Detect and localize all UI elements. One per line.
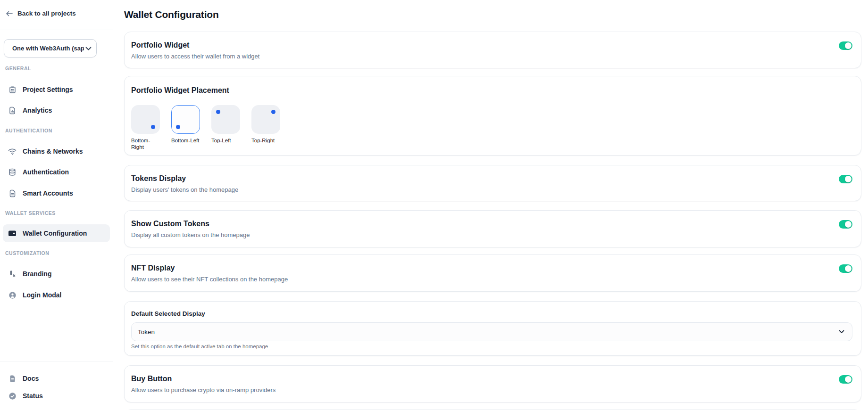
toggle-knob — [845, 221, 851, 228]
card-tokens-display: Tokens Display Display users' tokens on … — [124, 165, 861, 201]
placement-label: Bottom-Right — [131, 137, 160, 150]
card-title: Tokens Display — [131, 174, 238, 183]
sidebar-item-branding[interactable]: Branding — [3, 265, 110, 282]
sidebar-item-label: Status — [23, 392, 43, 400]
toggle-knob — [845, 265, 851, 272]
placement-option-bottom-left: Bottom-Left — [171, 105, 200, 150]
page-title: Wallet Configuration — [124, 0, 861, 20]
wifi-icon — [8, 147, 17, 156]
sidebar-item-label: Authentication — [23, 168, 69, 176]
placement-options: Bottom-Right Bottom-Left Top-Left Top-Ri… — [131, 105, 854, 150]
sidebar-item-label: Smart Accounts — [23, 189, 73, 197]
tokens-display-toggle[interactable] — [839, 175, 852, 183]
placement-option-top-left: Top-Left — [211, 105, 240, 150]
placement-label: Bottom-Left — [171, 137, 200, 144]
card-portfolio-widget-placement: Portfolio Widget Placement Bottom-Right … — [124, 76, 861, 156]
user-circle-icon — [8, 291, 17, 299]
placement-tile-top-right[interactable] — [251, 105, 280, 134]
placement-option-bottom-right: Bottom-Right — [131, 105, 160, 150]
sidebar-item-label: Analytics — [23, 107, 52, 114]
placement-label: Top-Left — [211, 137, 240, 144]
sidebar-item-label: Wallet Configuration — [23, 230, 87, 237]
toggle-knob — [845, 376, 851, 383]
sidebar-item-docs[interactable]: Docs — [3, 370, 110, 387]
card-title: Portfolio Widget Placement — [131, 86, 854, 95]
card-description: Allow users to access their wallet from … — [131, 53, 259, 60]
sidebar-item-status[interactable]: Status — [3, 387, 110, 404]
sidebar-item-project-settings[interactable]: Project Settings — [3, 81, 110, 98]
back-link-label: Back to all projects — [17, 10, 76, 17]
placement-dot — [176, 125, 180, 129]
placement-tile-bottom-left[interactable] — [171, 105, 200, 134]
field-label: Default Selected Display — [131, 310, 852, 317]
sidebar-item-label: Project Settings — [23, 86, 73, 93]
placement-dot — [271, 110, 275, 114]
card-default-selected-display: Default Selected Display Token Set this … — [124, 301, 861, 356]
card-show-custom-tokens: Show Custom Tokens Display all custom to… — [124, 210, 861, 247]
sidebar-item-chains-networks[interactable]: Chains & Networks — [3, 143, 110, 160]
card-description: Allow users to purchase crypto via on-ra… — [131, 386, 275, 394]
card-title: Portfolio Widget — [131, 41, 259, 49]
brush-icon — [8, 270, 17, 278]
sidebar-divider — [0, 30, 113, 30]
placement-label: Top-Right — [251, 137, 280, 144]
placement-option-top-right: Top-Right — [251, 105, 280, 150]
wallet-icon — [8, 229, 17, 238]
placement-dot — [151, 125, 155, 129]
sidebar-item-authentication[interactable]: Authentication — [3, 164, 110, 180]
analytics-file-icon — [8, 106, 17, 115]
status-check-icon — [8, 392, 17, 400]
sidebar-item-login-modal[interactable]: Login Modal — [3, 287, 110, 303]
placement-tile-top-left[interactable] — [211, 105, 240, 134]
placement-tile-bottom-right[interactable] — [131, 105, 160, 134]
nft-display-toggle[interactable] — [839, 264, 852, 273]
sidebar-item-label: Chains & Networks — [23, 148, 83, 155]
chevron-down-icon — [839, 330, 844, 334]
section-label-general: GENERAL — [5, 66, 31, 71]
clipboard-icon — [8, 85, 17, 94]
file-icon — [8, 189, 17, 197]
card-description: Display all custom tokens on the homepag… — [131, 231, 250, 238]
portfolio-widget-toggle[interactable] — [839, 41, 852, 50]
select-value: Token — [138, 328, 155, 336]
card-nft-display: NFT Display Allow users to see their NFT… — [124, 254, 861, 292]
sidebar-item-label: Docs — [23, 375, 39, 382]
section-label-wallet-services: WALLET SERVICES — [5, 210, 56, 216]
back-to-projects-link[interactable]: Back to all projects — [6, 10, 76, 17]
card-buy-button: Buy Button Allow users to purchase crypt… — [124, 365, 861, 402]
sidebar-item-analytics[interactable]: Analytics — [3, 102, 110, 119]
docs-icon — [8, 374, 17, 383]
show-custom-tokens-toggle[interactable] — [839, 220, 852, 229]
card-title: NFT Display — [131, 263, 288, 272]
card-title: Buy Button — [131, 374, 275, 383]
card-description: Allow users to see their NFT collections… — [131, 276, 288, 283]
toggle-knob — [845, 42, 851, 49]
card-portfolio-widget: Portfolio Widget Allow users to access t… — [124, 32, 861, 68]
sidebar: Back to all projects One with Web3Auth (… — [0, 0, 113, 410]
sidebar-footer-divider — [0, 361, 113, 361]
database-icon — [8, 168, 17, 176]
toggle-knob — [845, 176, 851, 182]
buy-button-toggle[interactable] — [839, 375, 852, 384]
sidebar-item-label: Branding — [23, 270, 51, 278]
sidebar-item-label: Login Modal — [23, 291, 61, 299]
default-display-select[interactable]: Token — [131, 322, 852, 341]
project-selector-dropdown[interactable]: One with Web3Auth (sap — [4, 39, 97, 57]
sidebar-item-smart-accounts[interactable]: Smart Accounts — [3, 185, 110, 202]
sidebar-item-wallet-configuration[interactable]: Wallet Configuration — [3, 224, 110, 242]
chevron-down-icon — [85, 47, 92, 50]
arrow-left-icon — [6, 10, 13, 17]
field-helper-text: Set this option as the default active ta… — [131, 344, 852, 350]
placement-dot — [216, 110, 220, 114]
section-label-authentication: AUTHENTICATION — [5, 128, 52, 133]
card-description: Display users' tokens on the homepage — [131, 186, 238, 193]
card-title: Show Custom Tokens — [131, 219, 250, 228]
main-content: Wallet Configuration Portfolio Widget Al… — [113, 0, 868, 410]
project-selector-value: One with Web3Auth (sap — [12, 45, 84, 52]
section-label-customization: CUSTOMIZATION — [5, 250, 49, 256]
